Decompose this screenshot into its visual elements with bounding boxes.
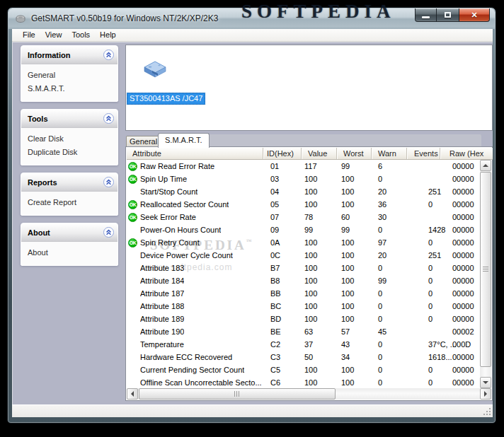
table-row-attribute-183[interactable]: OK Attribute 183 B7 100 100 0 0 00000: [127, 262, 493, 274]
arrow-down-icon: [483, 381, 488, 384]
collapse-chevron-icon[interactable]: [103, 49, 114, 60]
cell-value: 100: [302, 366, 337, 374]
vertical-scrollbar[interactable]: [480, 160, 491, 388]
scroll-left-button[interactable]: [127, 388, 138, 400]
table-row-reallocated-sector-count[interactable]: OK Reallocated Sector Count 05 100 100 3…: [127, 198, 493, 211]
cell-events: 0: [407, 238, 440, 247]
sidebar-panel-title: Tools: [28, 115, 103, 123]
scroll-right-button[interactable]: [480, 388, 491, 400]
cell-worst: 100: [337, 302, 372, 310]
table-row-temperature[interactable]: OK Temperature C2 37 43 0 37°C, ... 000D: [127, 338, 493, 351]
cell-attribute: Current Pending Sector Count: [140, 366, 244, 374]
menu-view[interactable]: View: [40, 30, 67, 40]
sidebar-panel-header[interactable]: Information: [21, 46, 118, 64]
resize-grip[interactable]: [483, 407, 491, 416]
sidebar-item-about[interactable]: About: [21, 246, 118, 260]
table-row-spin-up-time[interactable]: OK Spin Up Time 03 100 100 0 00000: [127, 173, 493, 185]
sidebar-panel-title: Information: [28, 51, 103, 59]
table-row-raw-read-error-rate[interactable]: OK Raw Read Error Rate 01 117 99 6 00000: [127, 160, 493, 173]
sidebar-panel-header[interactable]: About: [21, 223, 118, 242]
column-header-warn[interactable]: Warn: [372, 148, 407, 159]
column-header-value[interactable]: Value: [302, 148, 337, 159]
menu-tools[interactable]: Tools: [67, 30, 95, 40]
horizontal-scroll-thumb[interactable]: [139, 388, 336, 400]
cell-warn: 36: [372, 200, 407, 209]
titlebar[interactable]: GetSMART v0.50b19 for Windows NT/2K/XP/2…: [8, 8, 495, 29]
sidebar-item-general[interactable]: General: [21, 69, 118, 82]
close-button[interactable]: ✕: [459, 8, 490, 22]
window-title: GetSMART v0.50b19 for Windows NT/2K/XP/2…: [31, 13, 218, 23]
menu-help[interactable]: Help: [95, 30, 121, 40]
sidebar-panel-header[interactable]: Tools: [21, 110, 118, 128]
cell-worst: 57: [337, 327, 372, 336]
cell-events: 37°C, ...: [407, 340, 440, 349]
cell-worst: 99: [337, 226, 372, 234]
column-header-worst[interactable]: Worst: [337, 148, 372, 159]
sidebar-item-s-m-a-r-t[interactable]: S.M.A.R.T.: [21, 82, 118, 95]
device-list[interactable]: ST3500413AS /JC47: [125, 45, 493, 131]
sidebar-item-clear-disk[interactable]: Clear Disk: [21, 132, 118, 146]
menu-file[interactable]: File: [18, 30, 40, 40]
cell-attribute: Attribute 190: [140, 327, 184, 336]
table-row-attribute-187[interactable]: OK Attribute 187 BB 100 100 0 0 00000: [127, 287, 493, 300]
column-header-id-hex[interactable]: ID(Hex): [263, 148, 302, 159]
cell-events: 0: [407, 378, 440, 387]
column-header-attribute[interactable]: Attribute: [127, 148, 263, 159]
table-row-attribute-188[interactable]: OK Attribute 188 BC 100 100 0 0 00000: [127, 300, 493, 313]
table-row-seek-error-rate[interactable]: OK Seek Error Rate 07 78 60 30 00000: [127, 211, 493, 223]
table-row-attribute-190[interactable]: OK Attribute 190 BE 63 57 45 00002: [127, 325, 493, 338]
cell-value: 37: [302, 340, 337, 349]
cell-worst: 100: [337, 378, 372, 387]
sidebar-panel-about: About About: [21, 223, 118, 266]
sidebar-panel-header[interactable]: Reports: [21, 173, 118, 192]
cell-warn: 0: [372, 175, 407, 183]
table-row-power-on-hours-count[interactable]: OK Power-On Hours Count 09 99 99 0 1428 …: [127, 223, 493, 236]
cell-value: 100: [302, 289, 337, 298]
cell-warn: 0: [372, 378, 407, 387]
client-area: Information General S.M.A.R.T. Tools Cle…: [12, 42, 493, 404]
hard-disk-icon[interactable]: [142, 58, 168, 82]
scroll-up-button[interactable]: [480, 160, 491, 171]
minimize-icon: [422, 16, 430, 18]
vertical-scroll-thumb[interactable]: [480, 172, 491, 367]
app-window: GetSMART v0.50b19 for Windows NT/2K/XP/2…: [7, 7, 496, 424]
minimize-button[interactable]: [415, 8, 437, 22]
column-header-raw-hex[interactable]: Raw (Hex: [440, 148, 493, 159]
collapse-chevron-icon[interactable]: [103, 227, 114, 238]
table-row-current-pending-sector-count[interactable]: OK Current Pending Sector Count C5 100 1…: [127, 363, 493, 376]
collapse-chevron-icon[interactable]: [103, 177, 114, 187]
table-row-start-stop-count[interactable]: OK Start/Stop Count 04 100 100 20 251 00…: [127, 185, 493, 198]
cell-worst: 100: [337, 238, 372, 247]
screenshot-canvas: SOFTPEDIA GetSMART v0.50b19 for Windows …: [0, 0, 504, 437]
tab-general[interactable]: General: [126, 136, 161, 147]
table-row-attribute-184[interactable]: OK Attribute 184 B8 100 100 99 0 00000: [127, 274, 493, 287]
horizontal-scrollbar[interactable]: [127, 388, 491, 400]
tab-smart[interactable]: S.M.A.R.T.: [158, 133, 210, 148]
table-row-offline-scan-uncorrectable-secto[interactable]: OK Offline Scan Uncorrectable Secto... C…: [127, 376, 493, 388]
cell-events: 1428: [407, 226, 440, 234]
selected-device-label[interactable]: ST3500413AS /JC47: [127, 93, 205, 105]
cell-warn: 0: [372, 353, 407, 361]
table-row-hardware-ecc-recovered[interactable]: OK Hardware ECC Recovered C3 50 34 0 161…: [127, 351, 493, 363]
table-row-attribute-189[interactable]: OK Attribute 189 BD 100 100 0 0 00000: [127, 313, 493, 325]
table-row-spin-retry-count[interactable]: OK Spin Retry Count 0A 100 100 97 0 0000…: [127, 236, 493, 249]
cell-value: 99: [302, 226, 337, 234]
cell-worst: 100: [337, 289, 372, 298]
column-header-events[interactable]: Events: [407, 148, 440, 159]
cell-warn: 0: [372, 340, 407, 349]
cell-warn: 20: [372, 251, 407, 260]
listview-rows: OK Raw Read Error Rate 01 117 99 6 00000…: [127, 160, 493, 388]
table-row-device-power-cycle-count[interactable]: OK Device Power Cycle Count 0C 100 100 2…: [127, 249, 493, 262]
status-bar: [12, 404, 493, 417]
sidebar-item-create-report[interactable]: Create Report: [21, 196, 118, 209]
main-pane: ST3500413AS /JC47 General S.M.A.R.T. SOF…: [125, 42, 493, 404]
cell-id: B7: [263, 264, 302, 272]
cell-attribute: Power-On Hours Count: [140, 226, 221, 234]
arrow-right-icon: [484, 391, 487, 397]
collapse-chevron-icon[interactable]: [103, 113, 114, 124]
maximize-button[interactable]: [437, 8, 459, 22]
sidebar-item-duplicate-disk[interactable]: Duplicate Disk: [21, 146, 118, 159]
scroll-down-button[interactable]: [480, 377, 491, 388]
cell-attribute: Offline Scan Uncorrectable Secto...: [140, 378, 262, 387]
cell-id: 07: [263, 213, 302, 221]
